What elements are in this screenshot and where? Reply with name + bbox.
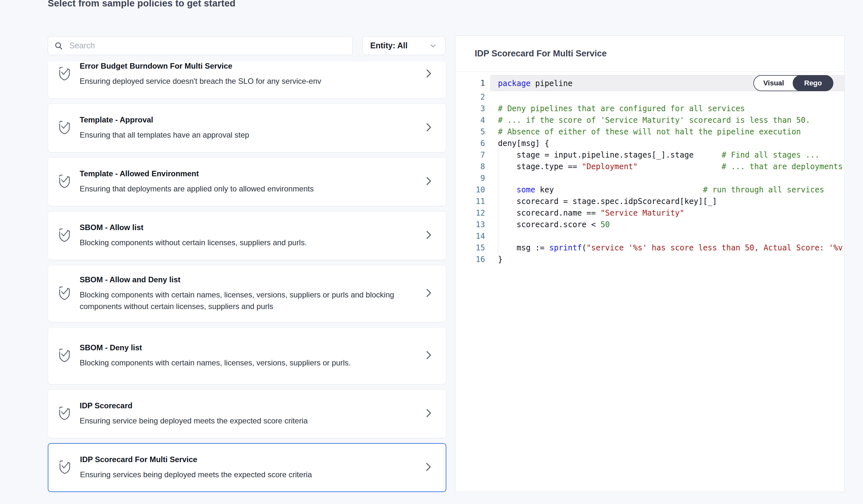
line-number: 10 xyxy=(455,184,490,196)
policy-card-text: IDP Scorecard For Multi Service Ensuring… xyxy=(80,455,415,480)
policy-list-viewport[interactable]: Error Budget Burndown For Multi Service … xyxy=(48,62,446,492)
chevron-right-icon xyxy=(425,230,433,242)
policy-description: Ensuring services being deployed meets t… xyxy=(80,469,406,480)
code-line: 3# Deny pipelines that are configured fo… xyxy=(455,103,844,114)
line-number: 8 xyxy=(455,161,490,172)
shield-check-icon xyxy=(58,459,72,476)
chevron-right-icon xyxy=(425,122,433,134)
line-number: 4 xyxy=(455,114,490,126)
code-line: 5# Absence of either of these will not h… xyxy=(455,126,844,138)
policy-card[interactable]: Template - Approval Ensuring that all te… xyxy=(48,103,446,152)
policy-title: SBOM - Allow and Deny list xyxy=(80,275,415,284)
code-line-text xyxy=(490,230,844,242)
code-lines: 1package pipeline23# Deny pipelines that… xyxy=(455,75,844,265)
policy-title: SBOM - Allow list xyxy=(80,223,415,232)
line-number: 12 xyxy=(455,207,490,219)
line-number: 6 xyxy=(455,138,490,149)
code-line-text: } xyxy=(490,254,844,265)
policy-card[interactable]: Template - Allowed Environment Ensuring … xyxy=(48,157,446,206)
line-number: 13 xyxy=(455,219,490,230)
policy-card-text: Error Budget Burndown For Multi Service … xyxy=(80,62,415,87)
line-number: 16 xyxy=(455,254,490,265)
page-title: Select from sample policies to get start… xyxy=(48,0,235,9)
code-line: 11 scorecard = stage.spec.idpScorecard[k… xyxy=(455,196,844,207)
policy-title: Error Budget Burndown For Multi Service xyxy=(80,62,415,70)
line-number: 5 xyxy=(455,126,490,138)
shield-check-icon xyxy=(58,285,71,302)
code-line: 4# ... if the score of 'Service Maturity… xyxy=(455,114,844,126)
search-input[interactable] xyxy=(69,41,347,51)
chevron-right-icon xyxy=(425,287,433,300)
code-line: 10 some key # run through all services xyxy=(455,184,844,196)
line-number: 3 xyxy=(455,103,490,114)
policy-description: Blocking components with certain names, … xyxy=(80,357,405,369)
policy-card[interactable]: SBOM - Allow and Deny list Blocking comp… xyxy=(48,265,446,322)
code-line-text: stage.type == "Deployment" # ... that ar… xyxy=(490,161,844,172)
code-line-text xyxy=(490,91,844,103)
detail-title: IDP Scorecard For Multi Service xyxy=(475,49,606,59)
code-line-text: some key # run through all services xyxy=(490,184,844,196)
code-line-text: scorecard.name == "Service Maturity" xyxy=(490,207,844,219)
policy-description: Ensuring service being deployed meets th… xyxy=(80,415,405,427)
code-line: 8 stage.type == "Deployment" # ... that … xyxy=(455,161,844,172)
code-line: 13 scorecard.score < 50 xyxy=(455,219,844,230)
policy-title: SBOM - Deny list xyxy=(80,343,415,352)
code-line-text: # ... if the score of 'Service Maturity'… xyxy=(490,114,844,126)
code-line-text: msg := sprintf("service '%s' has score l… xyxy=(490,242,844,254)
code-line-text: scorecard = stage.spec.idpScorecard[key]… xyxy=(490,196,844,207)
policy-description: Ensuring that deployments are applied on… xyxy=(80,183,405,195)
policy-samples-screen: Select from sample policies to get start… xyxy=(0,0,863,504)
code-line-text: deny[msg] { xyxy=(490,138,844,149)
policy-title: Template - Allowed Environment xyxy=(80,169,415,178)
code-line-text: stage = input.pipeline.stages[_].stage #… xyxy=(490,149,844,161)
policy-description: Blocking components with certain names, … xyxy=(80,289,405,312)
entity-filter-label: Entity: All xyxy=(370,41,408,50)
search-icon xyxy=(54,41,64,51)
chevron-right-icon xyxy=(425,68,433,80)
code-line: 16} xyxy=(455,254,844,265)
line-number: 9 xyxy=(455,172,490,184)
policy-description: Blocking components without certain lice… xyxy=(80,237,405,248)
line-number: 2 xyxy=(455,91,490,103)
policy-card-text: IDP Scorecard Ensuring service being dep… xyxy=(80,401,415,427)
policy-card-text: Template - Allowed Environment Ensuring … xyxy=(80,169,415,195)
code-line: 9 xyxy=(455,172,844,184)
policy-title: IDP Scorecard For Multi Service xyxy=(80,455,415,464)
code-line: 12 scorecard.name == "Service Maturity" xyxy=(455,207,844,219)
code-line: 2 xyxy=(455,91,844,103)
toggle-rego-button[interactable]: Rego xyxy=(793,75,833,91)
policy-card[interactable]: SBOM - Deny list Blocking components wit… xyxy=(48,327,446,385)
policy-card-text: SBOM - Allow list Blocking components wi… xyxy=(80,223,415,248)
shield-check-icon xyxy=(58,227,71,244)
code-line-text: scorecard.score < 50 xyxy=(490,219,844,230)
chevron-right-icon xyxy=(425,408,433,420)
view-toggle: Visual Rego xyxy=(753,75,833,91)
entity-filter-dropdown[interactable]: Entity: All xyxy=(362,36,445,55)
policy-card[interactable]: IDP Scorecard For Multi Service Ensuring… xyxy=(48,443,446,492)
policy-title: Template - Approval xyxy=(80,115,415,125)
policy-title: IDP Scorecard xyxy=(80,401,415,410)
code-line-text xyxy=(490,172,844,184)
code-line-text: # Deny pipelines that are configured for… xyxy=(490,103,844,114)
policy-description: Ensuring deployed service doesn't breach… xyxy=(80,75,405,87)
shield-check-icon xyxy=(58,173,71,190)
policy-card[interactable]: SBOM - Allow list Blocking components wi… xyxy=(48,211,446,260)
policy-card[interactable]: Error Budget Burndown For Multi Service … xyxy=(48,62,446,99)
line-number: 1 xyxy=(455,75,490,91)
line-number: 11 xyxy=(455,196,490,207)
policy-detail-panel: IDP Scorecard For Multi Service Visual R… xyxy=(455,36,845,492)
shield-check-icon xyxy=(58,119,71,136)
shield-check-icon xyxy=(58,66,71,82)
search-box[interactable] xyxy=(48,36,353,55)
code-line: 15 msg := sprintf("service '%s' has scor… xyxy=(455,242,844,254)
code-line: 14 xyxy=(455,230,844,242)
code-line: 6deny[msg] { xyxy=(455,138,844,149)
rego-code-viewer[interactable]: Visual Rego 1package pipeline23# Deny pi… xyxy=(455,72,844,492)
line-number: 15 xyxy=(455,242,490,254)
policy-list: Error Budget Burndown For Multi Service … xyxy=(48,62,446,492)
policy-card[interactable]: IDP Scorecard Ensuring service being dep… xyxy=(48,389,446,438)
toggle-visual-button[interactable]: Visual xyxy=(754,76,793,91)
policy-card-text: SBOM - Allow and Deny list Blocking comp… xyxy=(80,275,415,312)
chevron-right-icon xyxy=(424,462,432,474)
shield-check-icon xyxy=(58,347,71,364)
